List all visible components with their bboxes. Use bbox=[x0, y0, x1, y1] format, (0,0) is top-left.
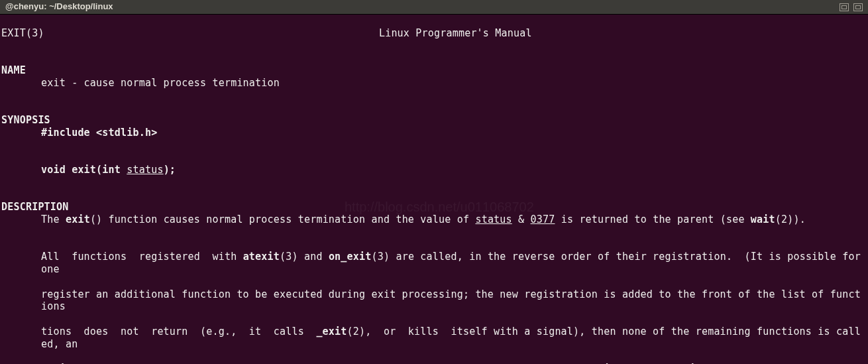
desc-para-2-l2: register an additional function to be ex… bbox=[41, 288, 867, 314]
desc-para-2-l3: tions does not return (e.g., it calls _e… bbox=[41, 326, 867, 351]
manpage-header: EXIT(3)Linux Programmer's Manual bbox=[1, 27, 867, 40]
synopsis-signature: void exit(int status); bbox=[41, 164, 867, 176]
desc-para-1: The exit() function causes normal proces… bbox=[41, 213, 867, 226]
manpage-header-center: Linux Programmer's Manual bbox=[44, 27, 867, 40]
desc-para-2: All functions registered with atexit(3) … bbox=[41, 251, 867, 276]
manpage-header-left: EXIT(3) bbox=[1, 27, 44, 40]
workspace-icon[interactable] bbox=[853, 3, 863, 11]
window-title: @chenyu: ~/Desktop/linux bbox=[5, 1, 113, 12]
synopsis-include: #include <stdlib.h> bbox=[41, 127, 867, 139]
section-description: DESCRIPTION bbox=[1, 201, 69, 213]
window-titlebar: @chenyu: ~/Desktop/linux bbox=[0, 0, 868, 15]
section-name: NAME bbox=[1, 64, 26, 76]
terminal-viewport[interactable]: EXIT(3)Linux Programmer's Manual NAME ex… bbox=[0, 15, 868, 364]
workspace-icon[interactable] bbox=[840, 3, 849, 11]
section-synopsis: SYNOPSIS bbox=[1, 114, 50, 126]
name-body: exit - cause normal process termination bbox=[41, 77, 867, 90]
window-tray-icons bbox=[838, 3, 863, 11]
